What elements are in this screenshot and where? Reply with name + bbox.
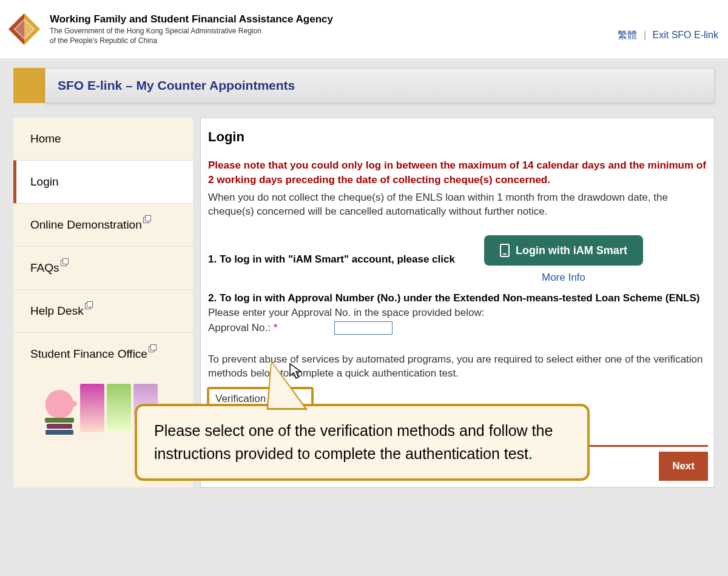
piggy-bank-icon: [45, 390, 75, 436]
sidebar-item-label: Online Demonstration: [30, 218, 142, 231]
approval-no-input[interactable]: [334, 321, 393, 335]
exit-link[interactable]: Exit SFO E-link: [653, 30, 718, 40]
agency-logo-icon: [6, 11, 42, 47]
step1-row: 1. To log in with "iAM Smart" account, p…: [208, 235, 708, 284]
external-link-icon: [143, 215, 152, 224]
sidebar-item-login[interactable]: Login: [13, 160, 193, 203]
more-info-link[interactable]: More Info: [542, 272, 585, 284]
sidebar-item-label: Login: [30, 175, 59, 188]
approval-no-row: Approval No.: *: [208, 321, 708, 335]
sidebar-item-sfo[interactable]: Student Finance Office: [13, 332, 193, 375]
lang-toggle-link[interactable]: 繁體: [618, 30, 637, 40]
sidebar-item-label: Home: [30, 132, 61, 145]
sidebar-item-helpdesk[interactable]: Help Desk: [13, 289, 193, 332]
sidebar-item-label: Student Finance Office: [30, 347, 147, 360]
agency-title: Working Family and Student Financial Ass…: [50, 13, 333, 25]
logo-area: Working Family and Student Financial Ass…: [6, 11, 333, 47]
approval-label-text: Approval No.:: [208, 322, 271, 333]
sidebar-item-home[interactable]: Home: [13, 118, 193, 160]
header-links: 繁體 | Exit SFO E-link: [618, 11, 722, 42]
content-heading: Login: [208, 129, 708, 145]
sidebar-item-faqs[interactable]: FAQs: [13, 246, 193, 289]
sidebar-item-label: FAQs: [30, 261, 59, 274]
title-accent: [13, 68, 45, 103]
external-link-icon: [61, 258, 69, 267]
link-separator: |: [644, 30, 646, 40]
header: Working Family and Student Financial Ass…: [0, 0, 728, 58]
step2-label: 2. To log in with Approval Number (No.) …: [208, 292, 708, 304]
instruction-callout: Please select one of the verification me…: [135, 404, 590, 481]
login-iam-smart-button[interactable]: Login with iAM Smart: [484, 235, 643, 266]
step2-sublabel: Please enter your Approval No. in the sp…: [208, 307, 708, 319]
external-link-icon: [85, 301, 93, 310]
sidebar-item-demo[interactable]: Online Demonstration: [13, 203, 193, 246]
next-button[interactable]: Next: [659, 452, 708, 481]
required-asterisk: *: [274, 322, 278, 333]
iam-button-label: Login with iAM Smart: [516, 244, 627, 257]
login-timing-notice: Please note that you could only log in b…: [208, 158, 708, 187]
title-bar-wrap: SFO E-link – My Counter Appointments: [0, 58, 728, 103]
iam-smart-wrap: Login with iAM Smart More Info: [484, 235, 643, 284]
step1-label: 1. To log in with "iAM Smart" account, p…: [208, 253, 455, 266]
title-bar: SFO E-link – My Counter Appointments: [13, 68, 715, 103]
agency-subtitle: The Government of the Hong Kong Special …: [50, 27, 333, 45]
smartphone-icon: [500, 244, 510, 257]
page-title: SFO E-link – My Counter Appointments: [45, 68, 715, 103]
cheque-cancel-info: When you do not collect the cheque(s) of…: [208, 191, 708, 219]
external-link-icon: [149, 344, 157, 353]
logo-text: Working Family and Student Financial Ass…: [50, 11, 333, 45]
sidebar-item-label: Help Desk: [30, 304, 84, 317]
approval-no-label: Approval No.: *: [208, 322, 334, 334]
